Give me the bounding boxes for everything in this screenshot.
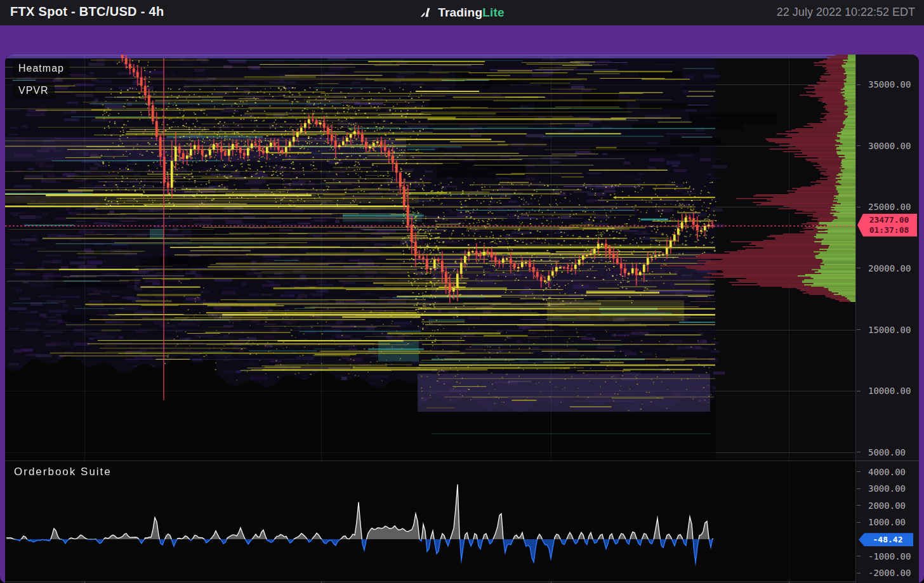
pane-divider: [5, 461, 855, 461]
axis-tick-mark: [857, 522, 861, 523]
axis-label: 30000.00: [868, 141, 911, 151]
axis-tick-mark: [857, 145, 861, 146]
orderbook-canvas[interactable]: [5, 461, 855, 581]
axis-label: 3000.00: [868, 483, 906, 494]
price-axis[interactable]: 23477.00 01:37:08 -48.42 35000.0030000.0…: [855, 55, 919, 583]
current-price-value: 23477.00: [861, 215, 917, 225]
axis-tick-mark: [857, 391, 861, 391]
chart-frame: Heatmap VPVR Orderbook Suite 23477.00 01…: [0, 25, 924, 583]
chart-panel: Heatmap VPVR Orderbook Suite 23477.00 01…: [5, 55, 919, 583]
axis-label: 4000.00: [868, 467, 906, 477]
axis-tick-mark: [857, 505, 861, 506]
indicator-label-heatmap[interactable]: Heatmap: [13, 60, 70, 77]
axis-label: 15000.00: [868, 325, 911, 335]
axis-label: 35000.00: [868, 79, 911, 89]
axis-label: 5000.00: [868, 447, 906, 457]
current-price-badge: 23477.00 01:37:08: [857, 214, 917, 237]
orderbook-delta-badge: -48.42: [859, 533, 913, 546]
tradinglite-logo-text: TradingLite: [438, 6, 505, 20]
clock: 22 July 2022 10:22:52 EDT: [777, 6, 915, 19]
axis-tick-mark: [857, 471, 861, 472]
axis-label: 20000.00: [868, 263, 911, 273]
axis-tick-mark: [857, 329, 861, 330]
orderbook-delta-value: -48.42: [862, 535, 913, 544]
axis-label: -2000.00: [868, 568, 911, 578]
axis-label: 2000.00: [868, 501, 906, 511]
axis-label: -1000.00: [868, 551, 911, 561]
top-bar: FTX Spot - BTC/USD - 4h TradingLite 22 J…: [0, 0, 924, 25]
axis-tick-mark: [857, 268, 861, 268]
axis-tick-mark: [857, 84, 861, 85]
chart-title: FTX Spot - BTC/USD - 4h: [10, 4, 164, 19]
axis-label: 10000.00: [868, 386, 911, 396]
axis-label: 1000.00: [868, 517, 906, 527]
axis-pane-divider: [856, 461, 919, 461]
axis-tick-mark: [857, 573, 861, 573]
axis-tick-mark: [857, 556, 861, 556]
axis-tick-mark: [857, 452, 861, 452]
heatmap-canvas[interactable]: [5, 55, 855, 461]
indicator-label-orderbook-suite[interactable]: Orderbook Suite: [14, 466, 112, 478]
tradinglite-app: { "top_bar": { "title": "FTX Spot - BTC/…: [0, 0, 924, 583]
axis-tick-mark: [857, 207, 861, 207]
candle-countdown: 01:37:08: [861, 225, 917, 235]
indicator-label-vpvr[interactable]: VPVR: [13, 82, 55, 99]
tradinglite-logo-icon: [419, 6, 433, 20]
axis-label: 25000.00: [868, 202, 911, 212]
axis-tick-mark: [857, 488, 861, 489]
